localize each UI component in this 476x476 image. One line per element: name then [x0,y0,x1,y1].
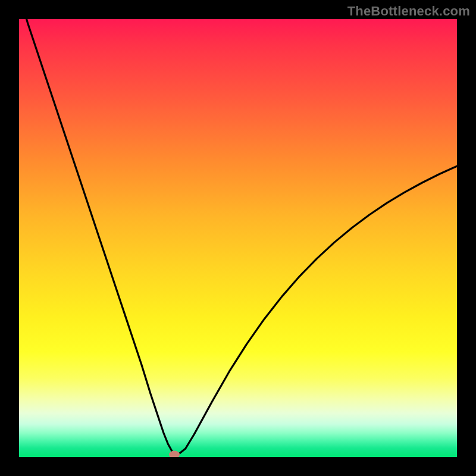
plot-area [19,19,457,457]
minimum-marker [169,451,180,457]
watermark-text: TheBottleneck.com [347,4,470,19]
bottleneck-curve [19,19,457,456]
curve-svg [19,19,457,457]
chart-frame: TheBottleneck.com [0,0,476,476]
